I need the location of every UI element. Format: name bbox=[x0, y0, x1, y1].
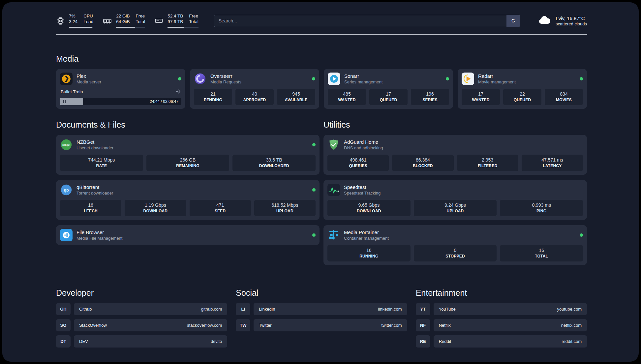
app-card-sonarr[interactable]: Sonarr Series management 485 WANTED 17 Q… bbox=[324, 69, 453, 109]
portainer-icon bbox=[327, 229, 340, 241]
playback-time: 24:44 / 02:06:47 bbox=[150, 99, 178, 104]
disk-free-label: Free bbox=[189, 14, 198, 19]
bookmark-youtube[interactable]: YT YouTube youtube.com bbox=[416, 303, 587, 315]
app-card-speedtest[interactable]: Speedtest Speedtest Tracking 9.65 Gbps D… bbox=[323, 180, 587, 220]
radarr-icon bbox=[462, 73, 474, 85]
stat-queries: 498,461 QUERIES bbox=[327, 155, 389, 171]
stat-value: 2,953 bbox=[458, 157, 517, 163]
stat-label: QUEUED bbox=[504, 98, 540, 102]
search-engine-button[interactable]: G bbox=[506, 15, 520, 27]
bookmark-abbr: LI bbox=[236, 303, 250, 315]
bookmark-github[interactable]: GH Github github.com bbox=[56, 303, 227, 315]
bookmark-abbr: GH bbox=[56, 303, 71, 315]
app-name: Media Portainer bbox=[344, 229, 389, 235]
app-card-plex[interactable]: Plex Media server Bullet Train bbox=[56, 69, 185, 109]
disk-total-value: 97.9 TB bbox=[168, 19, 183, 25]
stat-label: UPLOAD bbox=[256, 209, 314, 213]
app-name: Overseerr bbox=[210, 73, 241, 79]
app-card-nzbget[interactable]: nzbget NZBGet Usenet downloader 744.21 M… bbox=[56, 135, 320, 175]
section-media: Media Plex Media server bbox=[56, 54, 587, 109]
bookmark-abbr: YT bbox=[416, 303, 430, 315]
gear-icon[interactable] bbox=[176, 89, 181, 95]
now-playing-title: Bullet Train bbox=[61, 89, 83, 94]
stat-label: TOTAL bbox=[501, 254, 582, 258]
ram-icon bbox=[103, 16, 112, 26]
stat-value: 485 bbox=[329, 91, 365, 97]
stat-label: WANTED bbox=[463, 98, 499, 102]
stat-value: 39.6 TB bbox=[234, 157, 314, 163]
stat-value: 0 bbox=[415, 248, 496, 253]
bookmark-url: stackoverflow.com bbox=[187, 323, 222, 328]
stat-pending: 21 PENDING bbox=[194, 89, 232, 105]
weather-widget[interactable]: Lviv, 16.87°C scattered clouds bbox=[538, 15, 587, 27]
stat-label: WANTED bbox=[329, 98, 365, 102]
app-name: File Browser bbox=[76, 229, 122, 235]
bookmark-abbr: TW bbox=[236, 319, 250, 331]
stat-label: LEECH bbox=[61, 209, 120, 213]
stat-seed: 471 SEED bbox=[190, 200, 251, 216]
weather-location: Lviv, 16.87°C bbox=[556, 15, 587, 21]
stat-label: AVAILABLE bbox=[278, 98, 314, 102]
section-developer: Developer GH Github github.com SO StackO… bbox=[56, 288, 227, 348]
app-card-filebrowser[interactable]: File Browser Media File Management bbox=[56, 225, 320, 245]
stat-value: 17 bbox=[371, 91, 406, 97]
bookmark-dev[interactable]: DT DEV dev.to bbox=[56, 335, 227, 348]
stat-filtered: 2,953 FILTERED bbox=[457, 155, 518, 171]
playback-progress-bar[interactable]: 24:44 / 02:06:47 bbox=[60, 98, 181, 105]
disk-metric: 52.4 TB 97.9 TB Free Total bbox=[154, 14, 198, 28]
nzbget-icon: nzbget bbox=[60, 138, 73, 151]
bookmark-name: Netflix bbox=[439, 323, 451, 328]
stat-value: 266 GB bbox=[148, 157, 228, 163]
bookmark-stackoverflow[interactable]: SO StackOverflow stackoverflow.com bbox=[56, 319, 227, 331]
app-subtitle: Series management bbox=[344, 79, 382, 84]
stat-label: REMAINING bbox=[148, 164, 228, 168]
stat-queued: 17 QUEUED bbox=[369, 89, 408, 105]
stat-latency: 47.571 ms LATENCY bbox=[522, 155, 583, 171]
stat-label: DOWNLOADED bbox=[234, 164, 314, 168]
app-subtitle: Usenet downloader bbox=[76, 145, 113, 150]
cpu-label: CPU bbox=[83, 14, 93, 19]
app-card-qbittorrent[interactable]: qb qBittorrent Torrent downloader 16 LEE… bbox=[56, 180, 320, 220]
bookmark-netflix[interactable]: NF Netflix netflix.com bbox=[416, 319, 587, 331]
stat-value: 744.21 Mbps bbox=[61, 157, 142, 163]
stat-value: 16 bbox=[501, 248, 582, 253]
section-title-entertainment: Entertainment bbox=[416, 288, 587, 298]
stat-queued: 22 QUEUED bbox=[503, 89, 541, 105]
bookmark-reddit[interactable]: RE Reddit reddit.com bbox=[416, 335, 587, 348]
stat-value: 471 bbox=[191, 202, 250, 208]
section-entertainment: Entertainment YT YouTube youtube.com NF … bbox=[416, 288, 587, 348]
bookmark-linkedin[interactable]: LI LinkedIn linkedin.com bbox=[236, 303, 407, 315]
app-card-radarr[interactable]: Radarr Movie management 17 WANTED 22 QUE… bbox=[458, 69, 587, 109]
stat-value: 47.571 ms bbox=[523, 157, 582, 163]
stat-value: 17 bbox=[463, 91, 499, 97]
app-subtitle: Movie management bbox=[478, 79, 516, 84]
dashboard: 7% 3.24 CPU Load bbox=[2, 2, 639, 362]
bookmark-twitter[interactable]: TW Twitter twitter.com bbox=[236, 319, 407, 331]
stat-value: 0.993 ms bbox=[501, 202, 582, 208]
plex-icon bbox=[60, 73, 73, 85]
app-card-adguard[interactable]: AdGuard Home DNS and adblocking 498,461 … bbox=[323, 135, 587, 175]
stat-value: 834 bbox=[546, 91, 582, 97]
app-subtitle: Media File Management bbox=[76, 236, 122, 241]
pause-icon[interactable] bbox=[63, 100, 66, 103]
ram-total-value: 64 GiB bbox=[116, 19, 130, 25]
cpu-load-value: 3.24 bbox=[69, 19, 77, 25]
stat-download: 9.65 Gbps DOWNLOAD bbox=[327, 200, 411, 216]
stat-label: APPROVED bbox=[237, 98, 272, 102]
stat-label: LATENCY bbox=[523, 164, 582, 168]
stat-download: 1.19 Gbps DOWNLOAD bbox=[125, 200, 186, 216]
app-card-overseerr[interactable]: Overseerr Media Requests 21 PENDING 40 A… bbox=[190, 69, 319, 109]
app-name: AdGuard Home bbox=[344, 139, 383, 145]
app-card-portainer[interactable]: Media Portainer Container management 16 … bbox=[323, 225, 587, 265]
app-name: qBittorrent bbox=[76, 184, 113, 190]
filebrowser-icon bbox=[60, 229, 73, 241]
disk-icon bbox=[154, 16, 164, 25]
stat-label: PENDING bbox=[195, 98, 231, 102]
stat-value: 1.19 Gbps bbox=[126, 202, 185, 208]
app-subtitle: Speedtest Tracking bbox=[344, 191, 381, 196]
stat-blocked: 86,384 BLOCKED bbox=[392, 155, 453, 171]
stat-label: STOPPED bbox=[415, 254, 496, 258]
stat-label: MOVIES bbox=[546, 98, 582, 102]
search-input[interactable] bbox=[214, 15, 507, 27]
stat-label: RUNNING bbox=[329, 254, 409, 258]
